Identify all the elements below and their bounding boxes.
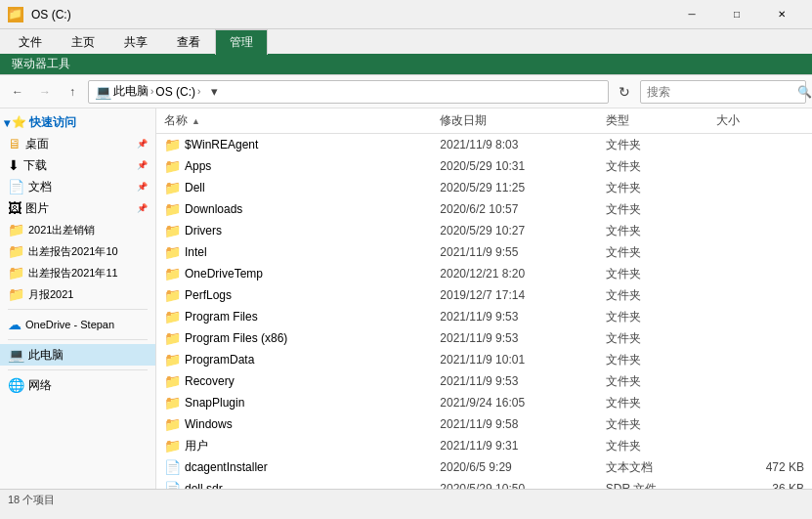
table-row[interactable]: 📄dell.sdr2020/5/29 10:50SDR 文件36 KB (156, 478, 812, 489)
minimize-button[interactable]: ─ (669, 0, 714, 29)
file-name: 📁OneDriveTemp (164, 266, 440, 281)
sidebar-item-downloads[interactable]: ⬇ 下载 📌 (0, 154, 155, 176)
file-icon: 📁 (164, 352, 181, 368)
sidebar-item-thispc[interactable]: 💻 此电脑 (0, 344, 155, 366)
sidebar-label-monthly: 月报2021 (28, 287, 73, 302)
quick-access-arrow: ▾ (4, 116, 10, 130)
file-type: 文本文档 (606, 459, 716, 476)
table-row[interactable]: 📁Recovery2021/11/9 9:53文件夹 (156, 370, 812, 392)
sidebar-label-thispc: 此电脑 (28, 347, 64, 364)
expense-icon: 📁 (8, 222, 24, 238)
file-type: 文件夹 (606, 244, 716, 261)
tab-manage[interactable]: 管理 (215, 29, 268, 55)
column-type[interactable]: 类型 (606, 112, 716, 129)
file-type: 文件夹 (606, 395, 716, 411)
table-row[interactable]: 📁$WinREAgent2021/11/9 8:03文件夹 (156, 134, 812, 155)
table-row[interactable]: 📁Windows2021/11/9 9:58文件夹 (156, 413, 812, 435)
onedrive-icon: ☁ (8, 317, 21, 332)
column-size[interactable]: 大小 (716, 112, 804, 129)
file-date: 2021/11/9 10:01 (440, 353, 605, 367)
file-name: 📁SnapPlugin (164, 395, 440, 411)
breadcrumb-sep1: › (150, 86, 153, 97)
sidebar-item-expense[interactable]: 📁 2021出差销销 (0, 219, 155, 240)
table-row[interactable]: 📁Downloads2020/6/2 10:57文件夹 (156, 198, 812, 220)
forward-button[interactable]: → (33, 80, 57, 104)
file-type: 文件夹 (606, 137, 716, 153)
close-button[interactable]: ✕ (759, 0, 804, 29)
tab-share[interactable]: 共享 (109, 29, 162, 55)
file-name: 📁Program Files (164, 309, 440, 324)
table-row[interactable]: 📁Intel2021/11/9 9:55文件夹 (156, 241, 812, 263)
file-date: 2020/12/21 8:20 (440, 267, 605, 281)
window-icon: 📁 (8, 7, 23, 22)
breadcrumb-pc[interactable]: 此电脑 (113, 83, 149, 100)
column-date[interactable]: 修改日期 (440, 112, 605, 129)
table-row[interactable]: 📁用户2021/11/9 9:31文件夹 (156, 435, 812, 456)
column-name[interactable]: 名称 ▲ (164, 112, 440, 129)
file-date: 2021/11/9 9:53 (440, 374, 605, 388)
sidebar-item-desktop[interactable]: 🖥 桌面 📌 (0, 133, 155, 154)
file-name: 📁PerfLogs (164, 287, 440, 303)
quick-access-label: ⭐ 快速访问 (12, 114, 76, 131)
search-bar[interactable]: 🔍 (640, 80, 806, 104)
file-name: 📁Drivers (164, 223, 440, 238)
sidebar-item-onedrive[interactable]: ☁ OneDrive - Stepan (0, 314, 155, 335)
refresh-button[interactable]: ↻ (613, 80, 636, 104)
downloads-icon: ⬇ (8, 157, 20, 173)
sidebar-item-documents[interactable]: 📄 文档 📌 (0, 176, 155, 197)
file-date: 2021/11/9 9:53 (440, 310, 605, 324)
address-dropdown-button[interactable]: ▾ (204, 80, 224, 104)
file-icon: 📁 (164, 395, 181, 411)
quick-access-header[interactable]: ▾ ⭐ 快速访问 (0, 112, 155, 133)
file-date: 2021/11/9 9:58 (440, 417, 605, 431)
sidebar-item-network[interactable]: 🌐 网络 (0, 374, 155, 396)
file-icon: 📄 (164, 459, 181, 475)
pictures-icon: 🖼 (8, 200, 21, 216)
file-date: 2020/5/29 10:27 (440, 224, 605, 238)
file-name: 📁$WinREAgent (164, 137, 440, 152)
sidebar-item-report-a[interactable]: 📁 出差报告2021年10 (0, 240, 155, 262)
file-date: 2020/6/5 9:29 (440, 460, 605, 474)
table-row[interactable]: 📁Program Files (x86)2021/11/9 9:53文件夹 (156, 327, 812, 349)
up-button[interactable]: ↑ (61, 80, 84, 104)
tab-home[interactable]: 主页 (57, 29, 109, 55)
back-button[interactable]: ← (6, 80, 29, 104)
file-date: 2020/6/2 10:57 (440, 202, 605, 216)
table-row[interactable]: 📁PerfLogs2019/12/7 17:14文件夹 (156, 284, 812, 306)
sidebar-item-monthly[interactable]: 📁 月报2021 (0, 283, 155, 305)
pin-icon-pictures: 📌 (137, 203, 148, 213)
file-date: 2021/11/9 9:53 (440, 331, 605, 345)
file-icon: 📁 (164, 137, 181, 152)
network-icon: 🌐 (8, 377, 24, 393)
tab-view[interactable]: 查看 (162, 29, 215, 55)
sidebar-item-report-b[interactable]: 📁 出差报告2021年11 (0, 262, 155, 283)
table-row[interactable]: 📁Apps2020/5/29 10:31文件夹 (156, 155, 812, 177)
address-bar[interactable]: 💻 此电脑 › OS (C:) › ▾ (88, 80, 609, 104)
breadcrumb-drive[interactable]: OS (C:) (155, 85, 195, 99)
file-type: SDR 文件 (606, 481, 716, 490)
sidebar-separator-onedrive (8, 309, 148, 310)
file-type: 文件夹 (606, 201, 716, 218)
status-bar: 18 个项目 (0, 489, 812, 510)
table-row[interactable]: 📁ProgramData2021/11/9 10:01文件夹 (156, 349, 812, 370)
file-type: 文件夹 (606, 158, 716, 175)
table-row[interactable]: 📁Drivers2020/5/29 10:27文件夹 (156, 220, 812, 241)
sidebar: ▾ ⭐ 快速访问 🖥 桌面 📌 ⬇ 下载 📌 📄 文档 📌 🖼 图片 📌 📁 2… (0, 108, 156, 489)
sidebar-label-documents: 文档 (28, 179, 52, 195)
search-input[interactable] (647, 85, 793, 99)
window-controls: ─ □ ✕ (669, 0, 804, 29)
table-row[interactable]: 📁Program Files2021/11/9 9:53文件夹 (156, 306, 812, 327)
sidebar-item-pictures[interactable]: 🖼 图片 📌 (0, 197, 155, 219)
pc-icon: 💻 (95, 84, 111, 100)
maximize-button[interactable]: □ (714, 0, 759, 29)
file-icon: 📁 (164, 309, 181, 324)
table-row[interactable]: 📁OneDriveTemp2020/12/21 8:20文件夹 (156, 263, 812, 284)
sidebar-separator-pc (8, 339, 148, 340)
file-type: 文件夹 (606, 287, 716, 304)
table-row[interactable]: 📄dcagentInstaller2020/6/5 9:29文本文档472 KB (156, 456, 812, 478)
table-row[interactable]: 📁SnapPlugin2021/9/24 16:05文件夹 (156, 392, 812, 413)
file-icon: 📁 (164, 201, 181, 217)
tab-file[interactable]: 文件 (4, 29, 57, 55)
file-type: 文件夹 (606, 373, 716, 390)
table-row[interactable]: 📁Dell2020/5/29 11:25文件夹 (156, 177, 812, 198)
